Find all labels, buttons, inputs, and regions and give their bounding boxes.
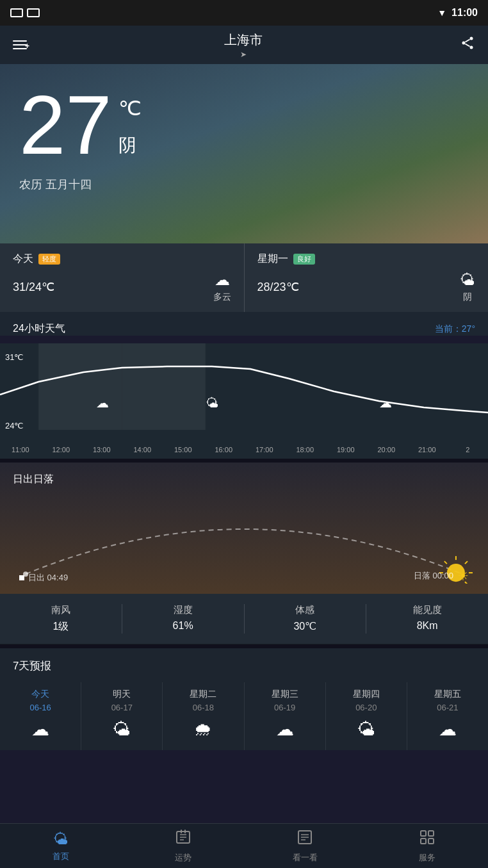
tomorrow-temp: 28/23℃ (257, 280, 299, 294)
24h-header: 24小时天气 当前：27° (13, 322, 475, 336)
hourly-chart[interactable]: 31℃ 24℃ ☁ 🌤 ☁ 11:00 12:00 13:00 14:00 15… (0, 343, 488, 459)
svg-text:🌤: 🌤 (206, 396, 218, 410)
forecast-day-2[interactable]: 星期二 06-18 🌧 (163, 682, 244, 750)
news-icon (297, 829, 313, 849)
sunrise-time: 日出 04:49 (19, 572, 68, 584)
today-header: 今天 轻度 (13, 252, 231, 266)
location-icon: ➤ (240, 50, 247, 59)
sunset-label: 日落 00:00 (414, 570, 453, 582)
svg-rect-31 (428, 839, 434, 844)
temp-chart-svg: ☁ 🌤 ☁ (0, 343, 488, 430)
forecast-day-4[interactable]: 星期四 06-20 🌤 (326, 682, 407, 750)
tomorrow-card[interactable]: 星期一 良好 28/23℃ 🌤 阴 (245, 243, 489, 312)
unit-condition: ℃ 阴 (118, 83, 142, 158)
tomorrow-bottom: 28/23℃ 🌤 阴 (257, 271, 476, 303)
day-name-5: 星期五 (434, 689, 461, 700)
nav-news[interactable]: 看一看 (244, 824, 366, 868)
bottom-spacer (0, 750, 488, 801)
nav-fortune[interactable]: 运势 (122, 824, 245, 868)
time-1800: 18:00 (285, 446, 326, 454)
temperature-row: 27 ℃ 阴 (19, 83, 469, 167)
forecast-section: 7天预报 今天 06-16 ☁ 明天 06-17 🌤 星期二 06-18 🌧 星… (0, 648, 488, 750)
day-date-0: 06-16 (29, 703, 51, 712)
svg-point-1 (462, 42, 466, 45)
weather-stats: 南风 1级 湿度 61% 体感 30℃ 能见度 8Km (0, 594, 488, 644)
today-bottom: 31/24℃ ☁ 多云 (13, 271, 231, 303)
feels-like-label: 体感 (295, 604, 314, 616)
today-icon-label: ☁ 多云 (213, 271, 231, 303)
sun-icon: ☀ (457, 568, 469, 584)
home-icon: 🌤 (53, 830, 69, 848)
svg-line-3 (466, 44, 470, 47)
svg-rect-23 (184, 830, 186, 833)
day-date-3: 06-19 (274, 703, 295, 712)
share-button[interactable] (460, 35, 475, 54)
wind-label: 南风 (51, 604, 70, 616)
tomorrow-header: 星期一 良好 (257, 252, 476, 266)
day-name-3: 星期三 (272, 689, 298, 700)
bottom-nav: 🌤 首页 运势 看一看 (0, 823, 488, 868)
svg-rect-29 (428, 831, 434, 836)
sunrise-title: 日出日落 (13, 473, 475, 486)
24h-title: 24小时天气 (13, 322, 65, 336)
today-badge: 轻度 (38, 254, 60, 265)
nav-services[interactable]: 服务 (366, 824, 489, 868)
app-header: + 上海市 ➤ (0, 26, 488, 64)
city-display[interactable]: 上海市 ➤ (224, 31, 263, 59)
svg-point-2 (470, 46, 473, 49)
forecast-day-5[interactable]: 星期五 06-21 ☁ (407, 682, 488, 750)
time-1700: 17:00 (244, 446, 285, 454)
humidity-label: 湿度 (174, 604, 193, 616)
menu-button[interactable]: + (13, 40, 27, 49)
fortune-icon (175, 829, 191, 849)
tomorrow-icon-label: 🌤 阴 (460, 271, 475, 303)
news-label: 看一看 (293, 852, 318, 864)
day-date-5: 06-21 (437, 703, 458, 712)
battery-icon (10, 8, 23, 17)
fortune-label: 运势 (175, 852, 191, 864)
svg-rect-30 (421, 839, 426, 844)
forecast-days: 今天 06-16 ☁ 明天 06-17 🌤 星期二 06-18 🌧 星期三 06… (0, 682, 488, 750)
time-1600: 16:00 (204, 446, 245, 454)
svg-point-0 (470, 37, 473, 40)
tomorrow-label: 星期一 (257, 252, 288, 266)
day-icon-5: ☁ (439, 719, 457, 740)
svg-line-12 (465, 561, 468, 564)
humidity-value: 61% (173, 620, 193, 632)
day-icon-2: 🌧 (194, 719, 212, 740)
day-icon-0: ☁ (31, 719, 49, 740)
visibility-label: 能见度 (413, 604, 442, 616)
day-icon-1: 🌤 (113, 719, 131, 740)
time-1400: 14:00 (122, 446, 163, 454)
day-icon-4: 🌤 (357, 719, 375, 740)
sunrise-svg (13, 494, 475, 584)
status-time: 11:00 (451, 7, 478, 19)
tomorrow-badge: 良好 (293, 254, 315, 265)
nav-home[interactable]: 🌤 首页 (0, 824, 122, 868)
status-bar: ▼ 11:00 (0, 0, 488, 26)
visibility-value: 8Km (417, 620, 438, 632)
stat-wind: 南风 1级 (0, 604, 122, 634)
home-label: 首页 (53, 851, 69, 862)
svg-rect-22 (181, 830, 182, 833)
forecast-day-today[interactable]: 今天 06-16 ☁ (0, 682, 81, 750)
sunset-time: 日落 00:00 ☀ (414, 568, 469, 584)
services-icon (419, 829, 435, 849)
forecast-title: 7天预报 (0, 659, 488, 682)
day-name-4: 星期四 (353, 689, 380, 700)
svg-line-4 (466, 40, 470, 42)
today-icon: ☁ (215, 271, 230, 289)
status-icons (10, 8, 40, 17)
section-24h: 24小时天气 当前：27° (0, 312, 488, 336)
hero-weather: 27 ℃ 阴 农历 五月十四 (0, 64, 488, 243)
svg-line-15 (444, 561, 447, 564)
day-name-0: 今天 (31, 689, 49, 700)
forecast-day-3[interactable]: 星期三 06-19 ☁ (245, 682, 326, 750)
time-1300: 13:00 (81, 446, 122, 454)
today-card[interactable]: 今天 轻度 31/24℃ ☁ 多云 (0, 243, 245, 312)
temp-unit: ℃ (118, 96, 142, 120)
forecast-day-1[interactable]: 明天 06-17 🌤 (81, 682, 163, 750)
today-label: 今天 (13, 252, 33, 266)
day-name-2: 星期二 (190, 689, 216, 700)
svg-rect-28 (421, 831, 426, 836)
